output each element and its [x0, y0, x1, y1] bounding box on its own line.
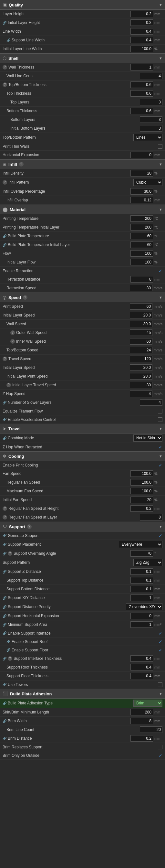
value-input[interactable] — [130, 215, 153, 222]
value-input[interactable] — [130, 621, 153, 628]
lock-icon[interactable]: 🔗 — [3, 702, 6, 705]
info-icon[interactable]: ? — [3, 515, 7, 520]
info-icon[interactable]: ? — [23, 295, 28, 300]
lock-icon[interactable]: 🔗 — [3, 534, 6, 537]
value-input[interactable] — [130, 259, 153, 266]
select-input[interactable]: Z overrides X/YX/Y overrides Z — [126, 603, 162, 610]
lock-icon[interactable]: 🔗 — [3, 596, 6, 600]
lock-icon[interactable]: 🔗 — [3, 552, 6, 555]
select-input[interactable]: CubicGridLinesTriangles — [133, 179, 162, 186]
checkbox[interactable] — [158, 682, 162, 687]
section-header-material[interactable]: ⬤Material▼ — [0, 205, 165, 214]
section-header-cooling[interactable]: ❄Cooling▼ — [0, 451, 165, 461]
chevron-down-icon[interactable]: ▼ — [159, 454, 162, 458]
select-input[interactable]: Not in SkinAllNo SkinOff — [133, 434, 162, 442]
value-input[interactable] — [130, 355, 153, 362]
value-input[interactable] — [130, 276, 153, 283]
section-header-quality[interactable]: ▣Quality▼ — [0, 0, 165, 10]
value-input[interactable] — [130, 497, 153, 503]
lock-icon[interactable]: 🔗 — [3, 614, 6, 618]
chevron-down-icon[interactable]: ▼ — [159, 56, 162, 60]
lock-icon[interactable]: 🔗 — [3, 719, 6, 723]
value-input[interactable] — [140, 399, 162, 406]
select-input[interactable]: Zig ZagLinesGridTriangles — [133, 559, 162, 566]
chevron-down-icon[interactable]: ▼ — [159, 525, 162, 529]
value-input[interactable] — [130, 312, 153, 318]
value-input[interactable] — [130, 233, 153, 239]
lock-icon[interactable]: 🔗 — [3, 401, 6, 404]
lock-icon[interactable]: 🔗 — [3, 418, 6, 421]
value-input[interactable] — [130, 250, 153, 257]
checkbox[interactable] — [158, 417, 162, 422]
lock-icon[interactable]: 🔗 — [3, 631, 6, 635]
chevron-down-icon[interactable]: ▼ — [159, 208, 162, 211]
value-input[interactable] — [130, 673, 153, 679]
info-icon[interactable]: ? — [27, 524, 32, 529]
checkbox[interactable]: ✓ — [159, 444, 162, 450]
value-input[interactable] — [130, 488, 153, 494]
value-input[interactable] — [130, 338, 153, 345]
value-input[interactable] — [130, 735, 153, 742]
lock-icon[interactable]: 🔗 — [6, 648, 10, 652]
chevron-down-icon[interactable]: ▼ — [159, 692, 162, 696]
value-input[interactable] — [130, 107, 153, 114]
value-input[interactable] — [130, 479, 153, 486]
value-input[interactable] — [130, 655, 153, 662]
value-input[interactable] — [130, 568, 153, 575]
value-input[interactable] — [130, 550, 153, 557]
info-icon[interactable]: ? — [6, 383, 11, 387]
value-input[interactable] — [130, 11, 153, 17]
value-input[interactable] — [130, 285, 153, 291]
info-icon[interactable]: ? — [8, 656, 12, 661]
value-input[interactable] — [130, 321, 153, 327]
checkbox[interactable] — [158, 745, 162, 749]
value-input[interactable] — [130, 330, 153, 336]
value-input[interactable] — [130, 470, 153, 477]
checkbox[interactable]: ✓ — [159, 639, 162, 644]
chevron-down-icon[interactable]: ▼ — [159, 3, 162, 7]
section-header-support[interactable]: ⛉Support?▼ — [0, 522, 165, 531]
value-input[interactable] — [130, 613, 153, 619]
select-input[interactable]: BrimSkirtRaftNone — [133, 700, 162, 707]
value-input[interactable] — [130, 577, 153, 584]
checkbox[interactable]: ✓ — [159, 533, 162, 538]
value-input[interactable] — [130, 188, 153, 195]
value-input[interactable] — [130, 594, 153, 601]
section-header-speed[interactable]: ◎Speed?▼ — [0, 292, 165, 302]
value-input[interactable] — [130, 152, 153, 158]
lock-icon[interactable]: 🔗 — [3, 436, 6, 440]
info-icon[interactable]: ? — [10, 331, 15, 335]
value-input[interactable] — [130, 347, 153, 353]
value-input[interactable] — [130, 586, 153, 592]
info-icon[interactable]: ? — [19, 162, 24, 166]
value-input[interactable] — [130, 37, 153, 43]
value-input[interactable] — [130, 373, 153, 379]
value-input[interactable] — [130, 382, 153, 388]
lock-icon[interactable]: 🔗 — [6, 38, 10, 42]
value-input[interactable] — [130, 170, 153, 177]
value-input[interactable] — [130, 64, 153, 70]
checkbox[interactable]: ✓ — [159, 631, 162, 636]
value-input[interactable] — [130, 28, 153, 35]
info-icon[interactable]: ? — [8, 551, 12, 556]
checkbox[interactable]: ✓ — [159, 753, 162, 758]
section-header-travel[interactable]: ➤Travel▼ — [0, 424, 165, 434]
chevron-down-icon[interactable]: ▼ — [159, 296, 162, 299]
info-icon[interactable]: ? — [3, 65, 7, 69]
lock-icon[interactable]: 🔗 — [3, 737, 6, 740]
lock-icon[interactable]: 🔗 — [3, 570, 6, 574]
select-input[interactable]: EverywhereTouching Buildplate — [119, 541, 162, 548]
value-input[interactable] — [140, 726, 162, 733]
info-icon[interactable]: ? — [10, 339, 15, 344]
value-input[interactable] — [130, 224, 153, 230]
value-input[interactable] — [130, 197, 153, 203]
value-input[interactable] — [130, 664, 153, 671]
checkbox[interactable] — [158, 409, 162, 413]
checkbox[interactable] — [158, 144, 162, 149]
lock-icon[interactable]: 🔗 — [3, 623, 6, 626]
select-input[interactable]: LinesConcentricZigZag — [133, 134, 162, 141]
value-input[interactable] — [130, 45, 153, 52]
lock-icon[interactable]: 🔗 — [3, 657, 6, 660]
value-input[interactable] — [140, 514, 162, 521]
section-header-shell[interactable]: ⬡Shell▼ — [0, 53, 165, 63]
